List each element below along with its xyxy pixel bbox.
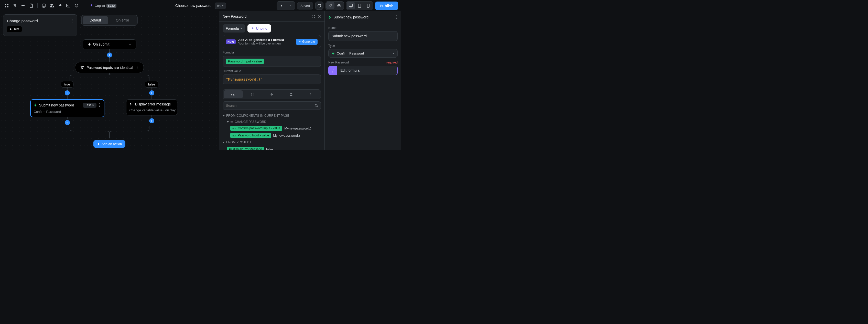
terminal-icon[interactable] [65,2,72,9]
test-workflow-button[interactable]: Test [7,26,22,32]
current-value-label: Current value [219,67,324,75]
toggle-icon [229,148,232,150]
search-box[interactable] [223,101,321,110]
workflow-menu-button[interactable] [71,18,73,24]
preview-mode-button[interactable] [335,2,343,9]
svg-point-13 [81,66,82,67]
copilot-button[interactable]: Copilot BETA [88,3,119,9]
bolt-icon [88,42,91,46]
users-icon[interactable] [49,2,56,9]
close-icon[interactable] [317,15,321,18]
search-icon [315,104,318,107]
topbar-center: Choose new password en [175,3,226,9]
tab-var[interactable]: var [224,90,243,98]
svg-point-14 [83,66,84,67]
tab-default[interactable]: Default [83,16,108,24]
svg-point-15 [82,68,83,69]
action-submit-password[interactable]: Submit new password Test Confirm Passwor… [30,99,104,117]
svg-rect-19 [230,121,233,121]
chevron-down-icon [222,5,224,6]
svg-point-8 [76,5,77,6]
name-input[interactable]: Submit new password [328,31,398,41]
desktop-button[interactable] [347,2,355,9]
chevron-down-icon [129,44,131,45]
ai-title: Ask AI to generate a Formula [238,38,293,42]
test-action-button[interactable]: Test [83,102,96,108]
language-select[interactable]: en [215,3,226,9]
publish-button[interactable]: Publish [375,2,398,10]
branch-false: false + Display error message Change var… [112,81,191,124]
plugin-icon[interactable] [57,2,64,9]
tab-function[interactable]: f [301,90,320,98]
svg-rect-1 [7,4,8,5]
ai-suggest-box: NEW Ask AI to generate a Formula Your fo… [223,35,321,48]
add-step-button[interactable]: + [107,53,112,58]
formula-label: Formula [219,48,324,56]
container-icon [230,121,233,123]
properties-sidebar: Submit new password Name Submit new pass… [324,11,401,150]
sidebar-title: Submit new password [334,15,369,19]
tree-section-project[interactable]: FROM PROJECT [223,139,321,146]
formula-field[interactable]: f Edit formula [328,66,398,75]
tablet-button[interactable] [355,2,364,9]
history-nav [277,1,295,10]
tree-leaf-confirm-password[interactable]: abcConfirm password Input - value Mynewp… [223,125,321,132]
add-icon[interactable] [20,2,27,9]
undo-button[interactable] [277,2,286,9]
tab-action[interactable] [262,90,281,98]
data-icon[interactable] [40,2,47,9]
bolt-icon [332,52,335,55]
redo-button[interactable] [286,2,294,9]
sidebar-menu-button[interactable] [395,14,398,20]
formula-icon: f [329,66,337,75]
saved-status: Saved [297,2,313,9]
search-input[interactable] [225,104,315,108]
mobile-button[interactable] [364,2,372,9]
condition-node[interactable]: Password inputs are identical [75,62,144,73]
tree-leaf-password[interactable]: abcPassword Input - value Mynewpassword:… [223,132,321,139]
workflow-tabs: Default On error [81,15,137,26]
generate-button[interactable]: Generate [296,39,317,45]
svg-point-9 [339,5,340,6]
bolt-icon [34,104,37,107]
play-icon [92,104,94,106]
workflow-canvas[interactable]: Change password Test Default On error On… [0,11,219,150]
add-step-true-button[interactable]: + [65,90,70,95]
formula-panel: New Password Formula Unbind NEW [219,11,324,150]
action-menu-button[interactable] [98,102,101,108]
formula-input[interactable]: Password Input - value [223,56,321,67]
variable-tree: FROM COMPONENTS IN CURRENT PAGE CHANGE P… [219,111,324,150]
tab-on-error[interactable]: On error [109,16,136,24]
add-step-true-2-button[interactable]: + [65,120,70,125]
language-value: en [217,4,221,8]
branch-true-label: true [61,81,73,88]
tree-group-change-password[interactable]: CHANGE PASSWORD [223,119,321,125]
add-step-false-button[interactable]: + [149,90,154,95]
settings-icon[interactable] [73,2,80,9]
refresh-button[interactable] [315,2,323,10]
tree-leaf-display-error[interactable]: displayErrorMessage false [223,146,321,150]
add-action-button[interactable]: Add an action [93,140,126,148]
type-select[interactable]: Confirm Password [328,49,398,58]
binding-mode-select[interactable]: Formula [223,24,245,32]
tree-section-page[interactable]: FROM COMPONENTS IN CURRENT PAGE [223,112,321,119]
chevron-down-icon [240,28,242,29]
name-label: Name [325,23,401,31]
action-display-error[interactable]: Display error message Change variable va… [126,99,177,115]
page-icon[interactable] [28,2,35,9]
edit-mode-button[interactable] [326,2,335,9]
expand-icon[interactable] [312,15,315,18]
picker-tabs: var f [223,89,321,99]
field-label: New Password [328,61,349,64]
unbind-button[interactable]: Unbind [247,24,271,32]
bolt-icon [328,16,331,19]
apps-icon[interactable] [3,2,10,9]
condition-menu-button[interactable] [135,65,138,70]
tab-user[interactable] [281,90,301,98]
svg-rect-12 [367,4,369,7]
trigger-node[interactable]: On submit [83,39,136,49]
formula-chip: Password Input - value [226,59,264,64]
tree-icon[interactable] [11,2,19,9]
add-step-false-2-button[interactable]: + [149,118,154,123]
tab-data[interactable] [243,90,262,98]
